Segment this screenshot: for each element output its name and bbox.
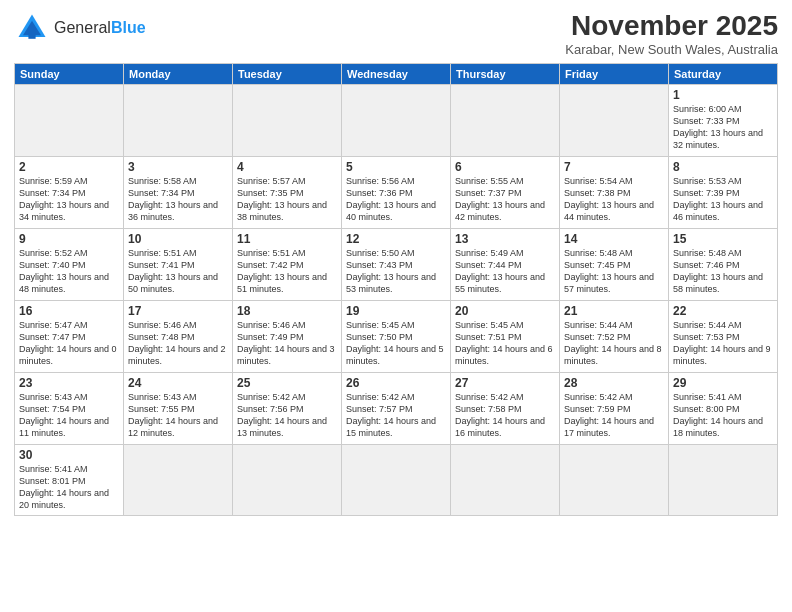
table-row: 30 Sunrise: 5:41 AMSunset: 8:01 PMDaylig… xyxy=(15,445,778,516)
weekday-header-row: Sunday Monday Tuesday Wednesday Thursday… xyxy=(15,64,778,85)
day-3: 3 Sunrise: 5:58 AMSunset: 7:34 PMDayligh… xyxy=(124,157,233,229)
day-14: 14 Sunrise: 5:48 AMSunset: 7:45 PMDaylig… xyxy=(560,229,669,301)
logo: GeneralBlue xyxy=(14,10,146,46)
empty-cell xyxy=(233,445,342,516)
day-19: 19 Sunrise: 5:45 AMSunset: 7:50 PMDaylig… xyxy=(342,301,451,373)
table-row: 23 Sunrise: 5:43 AMSunset: 7:54 PMDaylig… xyxy=(15,373,778,445)
empty-cell xyxy=(342,445,451,516)
header-thursday: Thursday xyxy=(451,64,560,85)
day-26: 26 Sunrise: 5:42 AMSunset: 7:57 PMDaylig… xyxy=(342,373,451,445)
day-30: 30 Sunrise: 5:41 AMSunset: 8:01 PMDaylig… xyxy=(15,445,124,516)
title-block: November 2025 Karabar, New South Wales, … xyxy=(565,10,778,57)
empty-cell xyxy=(560,445,669,516)
day-27: 27 Sunrise: 5:42 AMSunset: 7:58 PMDaylig… xyxy=(451,373,560,445)
day-4: 4 Sunrise: 5:57 AMSunset: 7:35 PMDayligh… xyxy=(233,157,342,229)
day-23: 23 Sunrise: 5:43 AMSunset: 7:54 PMDaylig… xyxy=(15,373,124,445)
day-24: 24 Sunrise: 5:43 AMSunset: 7:55 PMDaylig… xyxy=(124,373,233,445)
empty-cell xyxy=(342,85,451,157)
header-friday: Friday xyxy=(560,64,669,85)
day-2: 2 Sunrise: 5:59 AMSunset: 7:34 PMDayligh… xyxy=(15,157,124,229)
empty-cell xyxy=(124,445,233,516)
day-13: 13 Sunrise: 5:49 AMSunset: 7:44 PMDaylig… xyxy=(451,229,560,301)
day-22: 22 Sunrise: 5:44 AMSunset: 7:53 PMDaylig… xyxy=(669,301,778,373)
header: GeneralBlue November 2025 Karabar, New S… xyxy=(14,10,778,57)
day-5: 5 Sunrise: 5:56 AMSunset: 7:36 PMDayligh… xyxy=(342,157,451,229)
day-15: 15 Sunrise: 5:48 AMSunset: 7:46 PMDaylig… xyxy=(669,229,778,301)
header-monday: Monday xyxy=(124,64,233,85)
svg-rect-2 xyxy=(28,30,35,39)
day-9: 9 Sunrise: 5:52 AMSunset: 7:40 PMDayligh… xyxy=(15,229,124,301)
table-row: 1 Sunrise: 6:00 AMSunset: 7:33 PMDayligh… xyxy=(15,85,778,157)
day-12: 12 Sunrise: 5:50 AMSunset: 7:43 PMDaylig… xyxy=(342,229,451,301)
empty-cell xyxy=(233,85,342,157)
location: Karabar, New South Wales, Australia xyxy=(565,42,778,57)
day-16: 16 Sunrise: 5:47 AMSunset: 7:47 PMDaylig… xyxy=(15,301,124,373)
day-29: 29 Sunrise: 5:41 AMSunset: 8:00 PMDaylig… xyxy=(669,373,778,445)
empty-cell xyxy=(124,85,233,157)
empty-cell xyxy=(451,85,560,157)
day-28: 28 Sunrise: 5:42 AMSunset: 7:59 PMDaylig… xyxy=(560,373,669,445)
table-row: 16 Sunrise: 5:47 AMSunset: 7:47 PMDaylig… xyxy=(15,301,778,373)
day-21: 21 Sunrise: 5:44 AMSunset: 7:52 PMDaylig… xyxy=(560,301,669,373)
page: GeneralBlue November 2025 Karabar, New S… xyxy=(0,0,792,612)
header-wednesday: Wednesday xyxy=(342,64,451,85)
empty-cell xyxy=(451,445,560,516)
table-row: 2 Sunrise: 5:59 AMSunset: 7:34 PMDayligh… xyxy=(15,157,778,229)
day-8: 8 Sunrise: 5:53 AMSunset: 7:39 PMDayligh… xyxy=(669,157,778,229)
header-saturday: Saturday xyxy=(669,64,778,85)
day-20: 20 Sunrise: 5:45 AMSunset: 7:51 PMDaylig… xyxy=(451,301,560,373)
header-tuesday: Tuesday xyxy=(233,64,342,85)
day-11: 11 Sunrise: 5:51 AMSunset: 7:42 PMDaylig… xyxy=(233,229,342,301)
day-17: 17 Sunrise: 5:46 AMSunset: 7:48 PMDaylig… xyxy=(124,301,233,373)
header-sunday: Sunday xyxy=(15,64,124,85)
day-10: 10 Sunrise: 5:51 AMSunset: 7:41 PMDaylig… xyxy=(124,229,233,301)
empty-cell xyxy=(669,445,778,516)
calendar: Sunday Monday Tuesday Wednesday Thursday… xyxy=(14,63,778,516)
day-25: 25 Sunrise: 5:42 AMSunset: 7:56 PMDaylig… xyxy=(233,373,342,445)
month-title: November 2025 xyxy=(565,10,778,42)
day-18: 18 Sunrise: 5:46 AMSunset: 7:49 PMDaylig… xyxy=(233,301,342,373)
day-6: 6 Sunrise: 5:55 AMSunset: 7:37 PMDayligh… xyxy=(451,157,560,229)
day-7: 7 Sunrise: 5:54 AMSunset: 7:38 PMDayligh… xyxy=(560,157,669,229)
logo-icon xyxy=(14,10,50,46)
logo-text: GeneralBlue xyxy=(54,19,146,37)
empty-cell xyxy=(15,85,124,157)
day-1: 1 Sunrise: 6:00 AMSunset: 7:33 PMDayligh… xyxy=(669,85,778,157)
empty-cell xyxy=(560,85,669,157)
table-row: 9 Sunrise: 5:52 AMSunset: 7:40 PMDayligh… xyxy=(15,229,778,301)
